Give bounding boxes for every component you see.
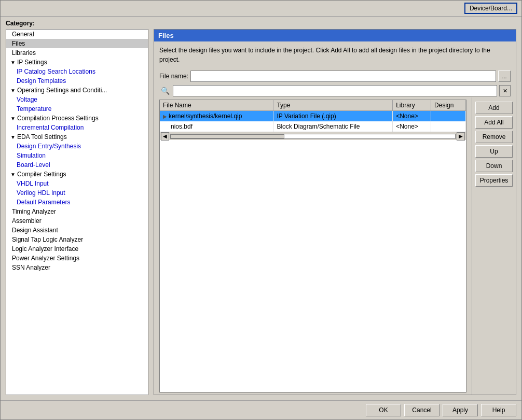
sidebar-item-label: Incremental Compilation (17, 124, 84, 131)
search-input[interactable] (173, 85, 497, 96)
device-board-button[interactable]: Device/Board... (464, 3, 517, 14)
sidebar-item-label: IP Catalog Search Locations (17, 68, 95, 75)
sidebar-item-vhdl-input[interactable]: VHDL Input (6, 179, 148, 188)
cell-type: IP Variation File (.qip) (273, 111, 393, 122)
file-name-label: File name: (159, 73, 188, 80)
sidebar-item-power-analyzer[interactable]: Power Analyzer Settings (6, 254, 148, 263)
sidebar-item-verilog-input[interactable]: Verilog HDL Input (6, 188, 148, 198)
sidebar-item-design-templates[interactable]: Design Templates (6, 76, 148, 86)
scroll-left-arrow[interactable]: ◀ (161, 132, 169, 141)
dialog-top-bar: Device/Board... (1, 1, 521, 17)
properties-button[interactable]: Properties (475, 174, 513, 187)
sidebar-item-ssn-analyzer[interactable]: SSN Analyzer (6, 263, 148, 272)
add-all-button[interactable]: Add All (475, 116, 513, 129)
sidebar-item-files[interactable]: Files (6, 39, 148, 48)
table-horizontal-scrollbar[interactable]: ◀ ▶ (160, 132, 466, 140)
cell-filename: nios.bdf (160, 121, 273, 132)
sidebar-item-label: Design Templates (17, 77, 66, 85)
right-panel-description: Select the design files you want to incl… (154, 41, 516, 68)
ok-button[interactable]: OK (366, 404, 401, 416)
sidebar-item-board-level[interactable]: Board-Level (6, 160, 148, 170)
clear-search-button[interactable]: ✕ (499, 85, 511, 96)
sidebar-item-temperature[interactable]: Temperature (6, 104, 148, 114)
sidebar-item-label: Board-Level (17, 161, 50, 169)
sidebar-item-label: Compilation Process Settings (17, 115, 99, 122)
sidebar-item-label: SSN Analyzer (12, 264, 50, 271)
sidebar-item-simulation[interactable]: Simulation (6, 151, 148, 160)
sidebar-item-label: Default Parameters (17, 199, 70, 206)
table-header-row: File Name Type Library Design (160, 100, 466, 111)
help-button[interactable]: Help (481, 404, 516, 416)
sidebar-item-label: Design Assistant (12, 227, 58, 234)
sidebar-item-label: Files (12, 40, 25, 47)
sidebar-item-operating-settings[interactable]: ▼Operating Settings and Conditi... (6, 86, 148, 95)
cell-type: Block Diagram/Schematic File (273, 121, 393, 132)
sidebar-item-label: Operating Settings and Conditi... (17, 87, 107, 94)
collapse-icon: ▼ (10, 116, 16, 121)
cancel-button[interactable]: Cancel (404, 404, 439, 416)
sidebar-item-design-entry[interactable]: Design Entry/Synthesis (6, 142, 148, 151)
col-filename: File Name (160, 100, 273, 111)
add-button[interactable]: Add (475, 102, 513, 114)
up-button[interactable]: Up (475, 145, 513, 158)
expand-arrow[interactable]: ▶ (163, 114, 167, 119)
sidebar-item-ip-settings[interactable]: ▼IP Settings (6, 58, 148, 67)
collapse-icon: ▼ (10, 134, 16, 140)
sidebar-item-label: Simulation (17, 152, 46, 159)
sidebar-item-label: Temperature (17, 105, 51, 113)
sidebar-item-design-assistant[interactable]: Design Assistant (6, 226, 148, 235)
sidebar-item-label: VHDL Input (17, 180, 49, 187)
cell-filename: ▶kernel/synthesis/kernel.qip (160, 111, 273, 122)
browse-button[interactable]: ... (498, 71, 511, 82)
sidebar-item-eda-tool-settings[interactable]: ▼EDA Tool Settings (6, 132, 148, 142)
sidebar-item-general[interactable]: General (6, 30, 148, 39)
file-table-wrapper: File Name Type Library Design ▶kernel/sy… (159, 100, 466, 393)
dialog-bottom-bar: OK Cancel Apply Help (1, 400, 521, 419)
cell-design (431, 121, 466, 132)
collapse-icon: ▼ (10, 60, 16, 65)
remove-button[interactable]: Remove (475, 131, 513, 143)
collapse-icon: ▼ (10, 172, 16, 177)
scroll-right-arrow[interactable]: ▶ (457, 132, 465, 141)
sidebar-item-incremental-compilation[interactable]: Incremental Compilation (6, 123, 148, 132)
sidebar-item-label: Logic Analyzer Interface (12, 245, 78, 253)
table-row[interactable]: ▶kernel/synthesis/kernel.qipIP Variation… (160, 111, 466, 122)
file-table: File Name Type Library Design ▶kernel/sy… (160, 100, 466, 132)
table-row[interactable]: nios.bdfBlock Diagram/Schematic File<Non… (160, 121, 466, 132)
col-library: Library (393, 100, 431, 111)
sidebar-item-libraries[interactable]: Libraries (6, 48, 148, 58)
sidebar-item-label: Voltage (17, 96, 37, 103)
cell-design (431, 111, 466, 122)
sidebar-item-default-params[interactable]: Default Parameters (6, 198, 148, 207)
file-name-input[interactable] (190, 71, 496, 82)
apply-button[interactable]: Apply (443, 404, 478, 416)
cell-library: <None> (393, 111, 431, 122)
sidebar-item-logic-analyzer[interactable]: Logic Analyzer Interface (6, 244, 148, 254)
sidebar-item-label: EDA Tool Settings (17, 133, 67, 141)
right-action-buttons: Add Add All Remove Up Down Properties (472, 97, 516, 395)
main-dialog: Device/Board... Category: GeneralFilesLi… (0, 0, 522, 420)
sidebar-item-label: Libraries (12, 49, 36, 57)
content-and-buttons: File Name Type Library Design ▶kernel/sy… (154, 97, 516, 395)
left-panel: GeneralFilesLibraries▼IP SettingsIP Cata… (6, 29, 148, 395)
sidebar-item-label: IP Settings (17, 59, 47, 66)
category-label: Category: (1, 17, 521, 29)
down-button[interactable]: Down (475, 160, 513, 172)
right-panel-header: Files (154, 30, 516, 41)
sidebar-item-voltage[interactable]: Voltage (6, 95, 148, 104)
sidebar-item-timing-analyzer[interactable]: Timing Analyzer (6, 207, 148, 216)
search-icon: 🔍 (159, 85, 171, 96)
sidebar-item-ip-catalog[interactable]: IP Catalog Search Locations (6, 67, 148, 76)
main-content: GeneralFilesLibraries▼IP SettingsIP Cata… (1, 29, 521, 400)
sidebar-item-signal-tap[interactable]: Signal Tap Logic Analyzer (6, 235, 148, 244)
sidebar-item-label: Assembler (12, 217, 42, 225)
sidebar-item-label: Design Entry/Synthesis (17, 143, 81, 150)
sidebar-item-compilation-process[interactable]: ▼Compilation Process Settings (6, 114, 148, 123)
sidebar-item-label: Timing Analyzer (12, 208, 56, 215)
sidebar-item-assembler[interactable]: Assembler (6, 216, 148, 226)
file-name-row: File name: ... (154, 68, 516, 84)
col-design: Design (431, 100, 466, 111)
scroll-thumb[interactable] (171, 134, 284, 138)
sidebar-item-label: Power Analyzer Settings (12, 255, 79, 262)
sidebar-item-compiler-settings[interactable]: ▼Compiler Settings (6, 170, 148, 179)
